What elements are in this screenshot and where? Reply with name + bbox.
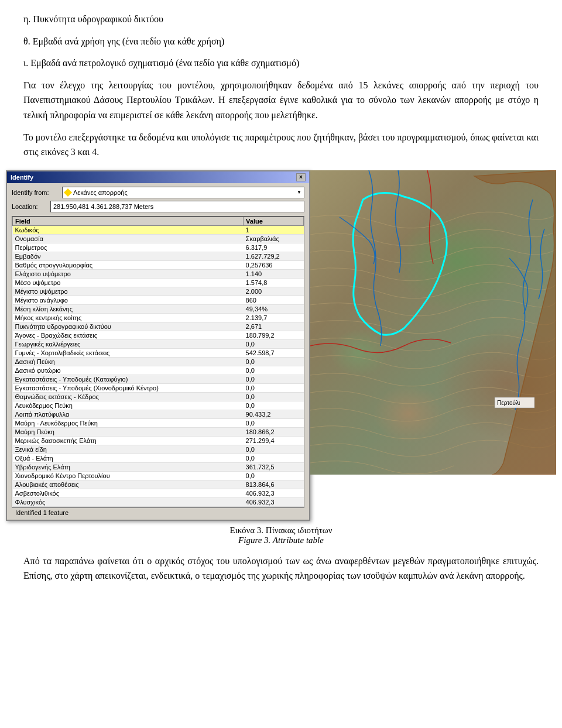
paragraph-after: Από τα παραπάνω φαίνεται ότι ο αρχικός σ… (23, 554, 539, 583)
table-cell-field: Εγκαταστάσεις - Υποδομές (Καταφύγιο) (13, 375, 244, 383)
table-cell-field: Κωδικός (13, 225, 244, 234)
para-3-text: ι. Εμβαδά ανά πετρολογικό σχηματισμό (έν… (23, 58, 299, 68)
table-cell-value: 0,0 (244, 471, 304, 480)
table-cell-value: 0,0 (244, 454, 304, 462)
table-row: Μήκος κεντρικής κοίτης2.139,7 (13, 313, 304, 322)
table-cell-value: 1 (244, 225, 304, 234)
table-cell-field: Μερικώς δασοσκεπής Ελάτη (13, 436, 244, 445)
table-cell-field: Λευκόδερμος Πεύκη (13, 401, 244, 410)
table-cell-field: Μήκος κεντρικής κοίτης (13, 313, 244, 322)
table-cell-field: Μαύρη - Λευκόδερμος Πεύκη (13, 418, 244, 427)
table-row: Μέση κλίση λεκάνης49,34% (13, 304, 304, 313)
data-table-area: Field Value Κωδικός1ΟνομασίαΣκαρβαλιάςΠε… (12, 216, 304, 507)
paragraph-3: ι. Εμβαδά ανά πετρολογικό σχηματισμό (έν… (23, 56, 539, 71)
dialog-body: Identify from: Λεκάνες απορροής ▼ Locati… (7, 183, 309, 520)
figure-3: Identify × Identify from: Λεκάνες απορρο… (23, 170, 539, 545)
titlebar-left: Identify (11, 174, 33, 181)
table-cell-field: Άγονες - Βραχώδεις εκτάσεις (13, 331, 244, 339)
identify-from-row: Identify from: Λεκάνες απορροής ▼ (12, 187, 304, 198)
table-cell-value: 0,0 (244, 392, 304, 401)
close-icon: × (299, 174, 303, 180)
figure-caption: Εικόνα 3. Πίνακας ιδιοτήτων Figure 3. At… (230, 526, 333, 545)
table-cell-field: Δασική Πεύκη (13, 357, 244, 366)
table-cell-field: Δασικό φυτώριο (13, 366, 244, 375)
table-row: Φλυσχικός406.932,3 (13, 497, 304, 506)
table-cell-field: Θαμνώδεις εκτάσεις - Κέδρος (13, 392, 244, 401)
table-row: Αλουβιακές αποθέσεις813.864,6 (13, 480, 304, 489)
table-row: Ασβεστολιθικός406.932,3 (13, 489, 304, 497)
table-cell-value: 0,257636 (244, 260, 304, 269)
dialog-titlebar: Identify × (7, 171, 309, 183)
dropdown-arrow-icon: ▼ (297, 190, 301, 195)
paragraph-5: Το μοντέλο επεξεργάστηκε τα δεδομένα και… (23, 130, 539, 160)
table-cell-value: 406.932,3 (244, 497, 304, 506)
identify-from-select[interactable]: Λεκάνες απορροής ▼ (62, 187, 304, 198)
dialog-close-button[interactable]: × (296, 173, 306, 181)
table-cell-value: 361.732,5 (244, 462, 304, 471)
layer-name-text: Λεκάνες απορροής (73, 189, 128, 196)
table-cell-value: 6.317,9 (244, 243, 304, 252)
table-cell-field: Μέγιστο ανάγλυφο (13, 296, 244, 304)
paragraph-4: Για τον έλεγχο της λειτουργίας του μοντέ… (23, 78, 539, 123)
table-body: Κωδικός1ΟνομασίαΣκαρβαλιάςΠερίμετρος6.31… (13, 225, 304, 506)
table-cell-field: Μαύρη Πεύκη (13, 427, 244, 436)
table-cell-value: 1.574,8 (244, 278, 304, 287)
table-cell-value: 90.433,2 (244, 410, 304, 418)
table-cell-value: 0,0 (244, 401, 304, 410)
figure-content: Identify × Identify from: Λεκάνες απορρο… (6, 170, 556, 521)
table-cell-value: 0,0 (244, 357, 304, 366)
table-cell-field: Ονομασία (13, 234, 244, 243)
identified-text: Identified 1 feature (15, 509, 68, 516)
table-cell-value: 2.000 (244, 287, 304, 296)
para-after-text: Από τα παραπάνω φαίνεται ότι ο αρχικός σ… (23, 556, 539, 581)
map-image: Περτούλι (310, 170, 556, 475)
para-2-text: θ. Εμβαδά ανά χρήση γης (ένα πεδίο για κ… (23, 36, 224, 46)
table-cell-field: Αλουβιακές αποθέσεις (13, 480, 244, 489)
table-cell-field: Ξενικά είδη (13, 445, 244, 454)
table-cell-field: Φλυσχικός (13, 497, 244, 506)
caption-english: Figure 3. Attribute table (230, 535, 333, 545)
table-row: Μαύρη - Λευκόδερμος Πεύκη0,0 (13, 418, 304, 427)
identify-from-label: Identify from: (12, 189, 59, 196)
table-cell-value: 49,34% (244, 304, 304, 313)
table-cell-value: 271.299,4 (244, 436, 304, 445)
table-cell-value: 1.627.729,2 (244, 252, 304, 260)
table-row: Δασική Πεύκη0,0 (13, 357, 304, 366)
table-row: Οξυά - Ελάτη0,0 (13, 454, 304, 462)
table-row: ΟνομασίαΣκαρβαλιάς (13, 234, 304, 243)
table-cell-value: 406.932,3 (244, 489, 304, 497)
caption-greek: Εικόνα 3. Πίνακας ιδιοτήτων (230, 526, 333, 535)
identify-dialog: Identify × Identify from: Λεκάνες απορρο… (6, 170, 310, 521)
location-label: Location: (12, 203, 47, 210)
map-svg: Περτούλι (310, 170, 556, 475)
table-cell-value: 860 (244, 296, 304, 304)
table-cell-field: Ασβεστολιθικός (13, 489, 244, 497)
table-row: Μέγιστο ανάγλυφο860 (13, 296, 304, 304)
table-cell-value: 1.140 (244, 269, 304, 278)
table-cell-value: Σκαρβαλιάς (244, 234, 304, 243)
table-cell-field: Περίμετρος (13, 243, 244, 252)
table-cell-field: Υβριδογενής Ελάτη (13, 462, 244, 471)
attributes-table: Field Value Κωδικός1ΟνομασίαΣκαρβαλιάςΠε… (12, 217, 304, 507)
col-value: Value (244, 217, 304, 225)
table-row: Εμβαδόν1.627.729,2 (13, 252, 304, 260)
table-cell-value: 180.866,2 (244, 427, 304, 436)
table-cell-field: Εμβαδόν (13, 252, 244, 260)
table-cell-value: 0,0 (244, 418, 304, 427)
col-field: Field (13, 217, 244, 225)
table-row: Λευκόδερμος Πεύκη0,0 (13, 401, 304, 410)
table-row: Μερικώς δασοσκεπής Ελάτη271.299,4 (13, 436, 304, 445)
para-1-text: η. Πυκνότητα υδρογραφικού δικτύου (23, 14, 163, 24)
table-row: Γεωργικές καλλιέργειες0,0 (13, 339, 304, 348)
table-row: Πυκνότητα υδρογραφικού δικτύου2,671 (13, 322, 304, 331)
table-row: Ελάχιστο υψόμετρο1.140 (13, 269, 304, 278)
map-label-text: Περτούλι (497, 400, 520, 406)
table-row: Εγκαταστάσεις - Υποδομές (Καταφύγιο)0,0 (13, 375, 304, 383)
table-row: Περίμετρος6.317,9 (13, 243, 304, 252)
table-header: Field Value (13, 217, 304, 225)
table-cell-field: Ελάχιστο υψόμετρο (13, 269, 244, 278)
paragraph-2: θ. Εμβαδά ανά χρήση γης (ένα πεδίο για κ… (23, 34, 539, 49)
paragraph-1: η. Πυκνότητα υδρογραφικού δικτύου (23, 12, 539, 27)
location-value: 281.950,481 4.361.288,737 Meters (50, 201, 304, 212)
table-cell-field: Μέση κλίση λεκάνης (13, 304, 244, 313)
